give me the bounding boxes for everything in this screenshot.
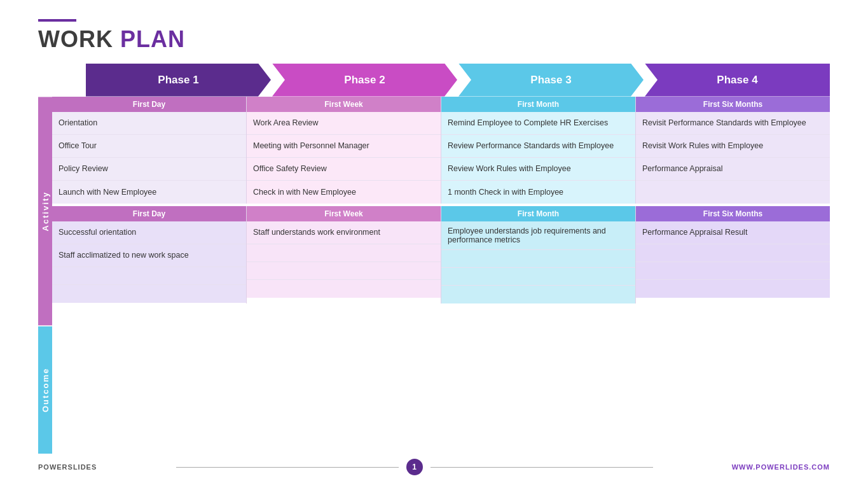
phase-1-header: Phase 1 <box>86 64 271 97</box>
activity-cell: Review Work Rules with Employee <box>441 158 635 181</box>
outcome-cell: Staff acclimatized to new work space <box>52 244 246 267</box>
table-grid: First Day Orientation Office Tour Policy… <box>52 97 830 454</box>
outcome-cell <box>636 280 830 298</box>
outcome-col-1: First Day Successful orientation Staff a… <box>52 206 247 303</box>
activity-cell: Policy Review <box>52 158 246 181</box>
phase-2-header: Phase 2 <box>272 64 457 97</box>
table-wrapper: Phase 1 Phase 2 Phase 3 Phase 4 Activity… <box>38 64 830 454</box>
outcome-col3-header: First Month <box>441 206 635 221</box>
outcome-cell <box>441 286 635 303</box>
activity-col-2: First Week Work Area Review Meeting with… <box>247 97 441 204</box>
activity-col1-header: First Day <box>52 97 246 112</box>
outcome-cell: Employee understands job requirements an… <box>441 221 635 250</box>
outcome-section: First Day Successful orientation Staff a… <box>52 206 830 303</box>
outcome-cell <box>247 244 441 262</box>
outcome-col1-header: First Day <box>52 206 246 221</box>
footer-page-number: 1 <box>406 459 423 475</box>
title-word1: WORK <box>38 26 120 52</box>
activity-cell: Orientation <box>52 112 246 135</box>
activity-cell: Review Performance Standards with Employ… <box>441 135 635 158</box>
activity-col2-header: First Week <box>247 97 441 112</box>
activity-col-1: First Day Orientation Office Tour Policy… <box>52 97 247 204</box>
activity-cell: Meeting with Personnel Manager <box>247 135 441 158</box>
activity-cell: Work Area Review <box>247 112 441 135</box>
activity-col-4: First Six Months Revisit Performance Sta… <box>636 97 830 204</box>
page-title: WORK PLAN <box>38 27 830 52</box>
footer-line-right <box>431 467 653 468</box>
footer-line-left <box>176 467 399 468</box>
title-word2: PLAN <box>120 26 185 52</box>
outcome-col-2: First Week Staff understands work enviro… <box>247 206 441 303</box>
phase-3-header: Phase 3 <box>458 64 644 97</box>
content-area: Activity Outcome First Day Orientation O… <box>38 97 830 454</box>
outcome-cell <box>247 280 441 298</box>
outcome-cell <box>636 244 830 262</box>
outcome-cell <box>441 268 635 286</box>
activity-cell: Revisit Performance Standards with Emplo… <box>636 112 830 135</box>
phase-row: Phase 1 Phase 2 Phase 3 Phase 4 <box>86 64 830 97</box>
outcome-cell <box>247 262 441 280</box>
activity-cell: Office Safety Review <box>247 158 441 181</box>
footer-brand-left: POWERSLIDES <box>38 463 97 471</box>
activity-cell: Revisit Work Rules with Employee <box>636 135 830 158</box>
footer: POWERSLIDES 1 WWW.POWERLIDES.COM <box>38 454 830 475</box>
outcome-cell: Performance Appraisal Result <box>636 221 830 244</box>
activity-side-label: Activity <box>38 97 52 325</box>
activity-col4-header: First Six Months <box>636 97 830 112</box>
outcome-cell <box>636 262 830 280</box>
outcome-cell <box>52 285 246 303</box>
outcome-col-3: First Month Employee understands job req… <box>441 206 636 303</box>
footer-brand-right: WWW.POWERLIDES.COM <box>732 463 830 471</box>
activity-col-3: First Month Remind Employee to Complete … <box>441 97 636 204</box>
outcome-col2-header: First Week <box>247 206 441 221</box>
page: WORK PLAN Phase 1 Phase 2 Phase 3 Phase … <box>0 0 868 488</box>
activity-cell: Launch with New Employee <box>52 181 246 204</box>
outcome-cell: Successful orientation <box>52 221 246 244</box>
outcome-cell: Staff understands work environment <box>247 221 441 244</box>
outcome-cell <box>441 250 635 268</box>
activity-cell: Remind Employee to Complete HR Exercises <box>441 112 635 135</box>
footer-center: 1 <box>176 459 653 475</box>
outcome-side-label: Outcome <box>38 326 52 454</box>
header-accent-line <box>38 19 76 22</box>
outcome-col-4: First Six Months Performance Appraisal R… <box>636 206 830 303</box>
activity-cell <box>636 181 830 204</box>
activity-cell: 1 month Check in with Employee <box>441 181 635 204</box>
header: WORK PLAN <box>38 19 830 52</box>
activity-col3-header: First Month <box>441 97 635 112</box>
activity-section: First Day Orientation Office Tour Policy… <box>52 97 830 205</box>
activity-cell: Office Tour <box>52 135 246 158</box>
phase-4-header: Phase 4 <box>645 64 830 97</box>
outcome-cell <box>52 267 246 285</box>
outcome-col4-header: First Six Months <box>636 206 830 221</box>
activity-cell: Performance Appraisal <box>636 158 830 181</box>
activity-cell: Check in with New Employee <box>247 181 441 204</box>
side-labels: Activity Outcome <box>38 97 52 454</box>
